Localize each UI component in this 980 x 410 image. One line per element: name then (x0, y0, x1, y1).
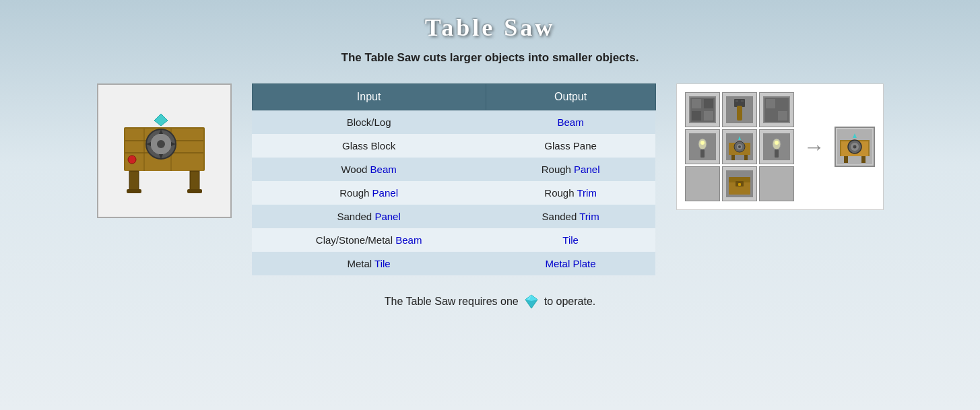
input-link[interactable]: Tile (374, 258, 391, 269)
svg-rect-43 (731, 155, 735, 160)
input-link[interactable]: Panel (372, 187, 398, 199)
table-row: Metal TileMetal Plate (252, 252, 655, 275)
svg-rect-17 (127, 189, 141, 193)
svg-rect-62 (861, 156, 865, 163)
svg-point-49 (775, 141, 779, 145)
table-row: Sanded PanelSanded Trim (252, 205, 655, 228)
craft-cell-r3c1 (685, 166, 720, 201)
svg-rect-22 (704, 111, 713, 121)
svg-rect-61 (844, 156, 848, 163)
table-cell-output: Metal Plate (486, 252, 655, 275)
svg-rect-48 (775, 149, 779, 158)
svg-rect-15 (129, 171, 139, 191)
col-header-input: Input (252, 84, 486, 110)
craft-cell-r3c3 (759, 166, 794, 201)
output-link[interactable]: Tile (562, 234, 579, 246)
gem-icon (524, 294, 539, 309)
output-link[interactable]: Trim (577, 187, 596, 199)
main-content: Input Output Block/LogBeamGlass BlockGla… (53, 83, 928, 275)
table-row: Wood BeamRough Panel (252, 158, 655, 181)
svg-rect-18 (187, 189, 202, 193)
craft-cell-r3c2 (722, 166, 757, 201)
table-cell-input: Wood Beam (252, 158, 486, 181)
svg-rect-16 (190, 171, 199, 191)
input-link[interactable]: Panel (374, 211, 400, 222)
recipe-table: Input Output Block/LogBeamGlass BlockGla… (252, 83, 656, 275)
svg-rect-33 (778, 111, 787, 121)
table-cell-output: Rough Trim (486, 181, 655, 205)
table-row: Rough PanelRough Trim (252, 181, 655, 205)
table-row: Clay/Stone/Metal BeamTile (252, 228, 655, 252)
svg-rect-21 (692, 99, 701, 108)
svg-point-37 (700, 141, 705, 145)
table-cell-input: Metal Tile (252, 252, 486, 275)
craft-cell-r2c3 (759, 129, 794, 164)
craft-result (835, 127, 875, 167)
page-subtitle: The Table Saw cuts larger objects into s… (341, 51, 639, 65)
table-row: Glass BlockGlass Pane (252, 134, 655, 158)
footer-post: to operate. (544, 296, 596, 308)
output-link[interactable]: Metal Plate (546, 258, 596, 269)
svg-rect-44 (744, 155, 748, 160)
item-image-box (97, 83, 232, 218)
output-link[interactable]: Trim (579, 211, 599, 222)
table-cell-input: Block/Log (252, 110, 486, 135)
table-cell-input: Clay/Stone/Metal Beam (252, 228, 486, 252)
svg-rect-54 (738, 183, 741, 186)
svg-point-13 (128, 156, 136, 164)
craft-arrow: → (804, 135, 825, 160)
table-row: Block/LogBeam (252, 110, 655, 135)
input-link[interactable]: Beam (395, 234, 422, 246)
table-cell-output: Beam (486, 110, 655, 135)
table-cell-output: Sanded Trim (486, 205, 655, 228)
page-title: Table Saw (425, 13, 556, 42)
input-link[interactable]: Beam (370, 164, 397, 175)
craft-grid (685, 92, 794, 201)
craft-cell-r2c1 (685, 129, 720, 164)
craft-cell-r1c3 (759, 92, 794, 127)
recipe-table-container: Input Output Block/LogBeamGlass BlockGla… (252, 83, 656, 275)
craft-cell-r1c1 (685, 92, 720, 127)
table-cell-output: Tile (486, 228, 655, 252)
craft-cell-r2c2 (722, 129, 757, 164)
svg-point-60 (853, 145, 856, 149)
svg-point-8 (157, 140, 165, 148)
craft-cell-r1c2 (722, 92, 757, 127)
output-link[interactable]: Panel (574, 164, 599, 175)
table-cell-input: Sanded Panel (252, 205, 486, 228)
svg-rect-32 (766, 99, 775, 108)
table-cell-input: Rough Panel (252, 181, 486, 205)
svg-rect-27 (737, 106, 742, 121)
table-cell-input: Glass Block (252, 134, 486, 158)
svg-rect-23 (692, 111, 701, 121)
svg-rect-28 (736, 100, 738, 102)
footer-pre: The Table Saw requires one (385, 296, 519, 308)
svg-marker-14 (154, 114, 168, 126)
table-saw-sprite (117, 107, 211, 195)
col-header-output: Output (486, 84, 655, 110)
table-cell-output: Rough Panel (486, 158, 655, 181)
svg-rect-36 (700, 149, 705, 158)
craft-grid-section: → (676, 83, 884, 210)
svg-point-42 (738, 145, 741, 148)
svg-rect-24 (704, 99, 713, 108)
footer-note: The Table Saw requires one to operate. (385, 294, 595, 309)
svg-rect-29 (741, 100, 744, 102)
output-link[interactable]: Beam (558, 116, 584, 128)
table-cell-output: Glass Pane (486, 134, 655, 158)
